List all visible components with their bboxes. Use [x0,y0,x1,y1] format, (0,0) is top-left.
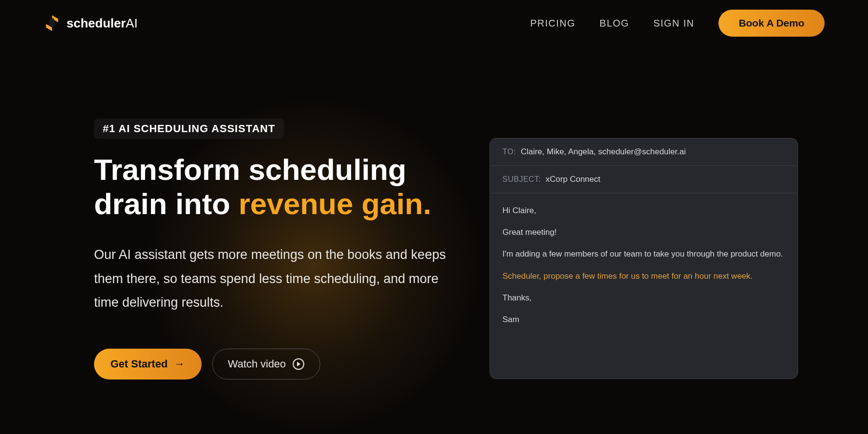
book-demo-button[interactable]: Book A Demo [719,10,825,37]
hero-subtitle: Our AI assistant gets more meetings on t… [94,243,456,315]
email-to-row: TO: Claire, Mike, Angela, scheduler@sche… [490,138,798,166]
svg-rect-0 [50,20,55,27]
email-to-value: Claire, Mike, Angela, scheduler@schedule… [521,147,686,157]
nav-pricing[interactable]: PRICING [530,18,576,29]
svg-rect-1 [50,18,51,20]
nav-blog[interactable]: BLOG [599,18,629,29]
cta-row: Get Started → Watch video [94,349,456,380]
site-header: schedulerAI PRICING BLOG SIGN IN Book A … [0,0,868,46]
email-line: Hi Claire, [502,204,785,217]
svg-rect-2 [52,18,53,20]
hero-headline: Transform scheduling drain into revenue … [94,152,456,221]
email-line: Thanks, [502,291,785,304]
email-to-label: TO: [502,148,516,156]
watch-video-button[interactable]: Watch video [212,349,320,380]
arrow-right-icon: → [175,358,185,370]
email-highlight-line: Scheduler, propose a few times for us to… [502,270,785,283]
hero-section: #1 AI SCHEDULING ASSISTANT Transform sch… [0,46,868,380]
email-body: Hi Claire, Great meeting! I'm adding a f… [490,193,798,345]
email-subject-value: xCorp Connect [546,175,600,184]
email-subject-label: SUBJECT: [502,175,541,184]
play-icon [293,358,304,370]
get-started-button[interactable]: Get Started → [94,349,202,380]
hero-badge: #1 AI SCHEDULING ASSISTANT [94,119,284,139]
nav-signin[interactable]: SIGN IN [653,18,694,29]
email-line: I'm adding a few members of our team to … [502,247,785,260]
email-subject-row: SUBJECT: xCorp Connect [490,166,798,193]
svg-rect-3 [53,18,54,20]
email-line: Sam [502,313,785,326]
hero-content: #1 AI SCHEDULING ASSISTANT Transform sch… [94,119,456,380]
logo-text: schedulerAI [67,16,137,31]
main-nav: PRICING BLOG SIGN IN Book A Demo [530,10,825,37]
email-line: Great meeting! [502,226,785,239]
logo[interactable]: schedulerAI [43,14,137,32]
email-preview-card: TO: Claire, Mike, Angela, scheduler@sche… [489,138,798,379]
logo-icon [43,14,61,32]
